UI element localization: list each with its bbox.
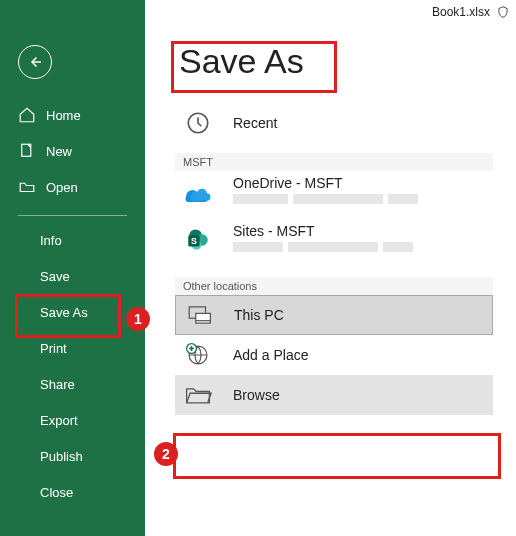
nav-publish[interactable]: Publish [0,438,145,474]
annotation-highlight-save-as [18,297,118,335]
nav-print[interactable]: Print [0,330,145,366]
onedrive-icon [181,175,215,209]
nav-new[interactable]: New [0,133,145,169]
browse-folder-icon [181,378,215,412]
nav-open[interactable]: Open [0,169,145,205]
nav-label: Open [46,180,78,195]
recent-icon [181,106,215,140]
open-icon [18,178,36,196]
section-msft: MSFT [175,153,493,171]
new-icon [18,142,36,160]
nav-label: Home [46,108,81,123]
section-other: Other locations [175,277,493,295]
location-label: OneDrive - MSFT [233,175,418,191]
location-recent[interactable]: Recent [175,103,516,143]
location-label: Sites - MSFT [233,223,413,239]
annotation-highlight-browse [176,436,498,476]
nav-export[interactable]: Export [0,402,145,438]
back-button[interactable] [18,45,52,79]
nav-share[interactable]: Share [0,366,145,402]
location-browse[interactable]: Browse [175,375,493,415]
this-pc-icon [182,298,216,332]
location-label: Add a Place [233,347,309,363]
location-label: This PC [234,307,284,323]
home-icon [18,106,36,124]
annotation-highlight-title [174,44,334,90]
location-label: Recent [233,115,277,131]
location-onedrive[interactable]: OneDrive - MSFT [175,171,516,219]
location-sites[interactable]: S Sites - MSFT [175,219,516,267]
annotation-badge-2: 2 [154,442,178,466]
svg-rect-9 [196,313,211,323]
nav-label: New [46,144,72,159]
back-arrow-icon [26,53,44,71]
sharepoint-icon: S [181,223,215,257]
title-bar: Book1.xlsx [145,0,516,24]
location-add-place[interactable]: Add a Place [175,335,493,375]
nav-separator [18,215,127,216]
nav-home[interactable]: Home [0,97,145,133]
nav-save[interactable]: Save [0,258,145,294]
svg-text:S: S [191,236,197,246]
filename-label: Book1.xlsx [432,5,490,19]
location-this-pc[interactable]: This PC [175,295,493,335]
location-label: Browse [233,387,280,403]
location-subtext [233,242,413,252]
location-subtext [233,194,418,204]
sidebar: Home New Open Info Save Save As Print Sh… [0,0,145,536]
nav-close[interactable]: Close [0,474,145,510]
nav-info[interactable]: Info [0,222,145,258]
annotation-badge-1: 1 [126,307,150,331]
shield-icon [496,5,510,19]
add-place-icon [181,338,215,372]
